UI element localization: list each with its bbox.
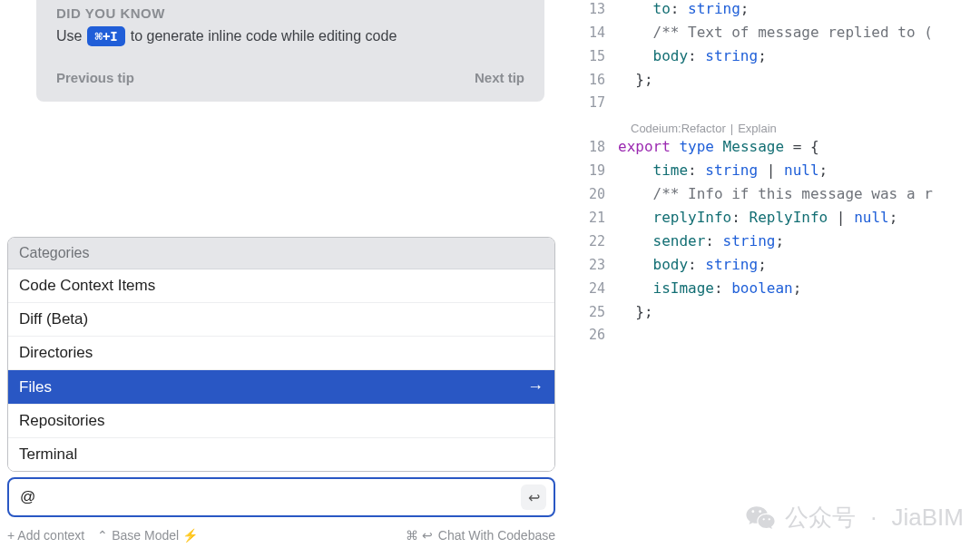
tip-shortcut: ⌘+I	[87, 26, 124, 46]
chat-with-codebase-button[interactable]: Chat With Codebase	[438, 528, 555, 543]
previous-tip-button[interactable]: Previous tip	[56, 70, 134, 85]
line-number: 14	[569, 24, 618, 41]
categories-title: Categories	[8, 238, 554, 269]
code-line[interactable]: 14 /** Text of message replied to (	[569, 24, 980, 47]
tip-text-prefix: Use	[56, 28, 82, 44]
code-content: to: string;	[618, 0, 750, 17]
tip-header: DID YOU KNOW	[56, 5, 524, 21]
category-item-label: Files	[19, 378, 52, 396]
base-model-label: Base Model	[112, 528, 179, 543]
line-number: 21	[569, 210, 618, 226]
line-number: 20	[569, 186, 618, 202]
code-content: };	[618, 71, 653, 88]
chat-panel: DID YOU KNOW Use ⌘+I to generate inline …	[0, 0, 568, 548]
code-content: };	[618, 303, 653, 320]
code-content: replyInfo: ReplyInfo | null;	[618, 209, 897, 226]
chat-shortcut: ⌘ ↩	[406, 528, 433, 543]
code-content: sender: string;	[618, 232, 784, 250]
categories-box: Categories Code Context ItemsDiff (Beta)…	[7, 237, 555, 472]
line-number: 24	[569, 280, 618, 297]
category-item-label: Code Context Items	[19, 277, 155, 295]
caret-up-icon: ⌃	[97, 528, 108, 543]
codeium-explain-button[interactable]: Explain	[738, 122, 777, 135]
code-line[interactable]: 21 replyInfo: ReplyInfo | null;	[569, 209, 980, 232]
separator: |	[730, 122, 733, 135]
line-number: 16	[569, 72, 618, 88]
tip-nav: Previous tip Next tip	[56, 70, 524, 85]
category-item-label: Diff (Beta)	[19, 310, 88, 328]
tip-card: DID YOU KNOW Use ⌘+I to generate inline …	[36, 0, 544, 102]
line-number: 25	[569, 304, 618, 320]
category-item-label: Terminal	[19, 445, 77, 464]
categories-popup: Categories Code Context ItemsDiff (Beta)…	[7, 237, 555, 517]
line-number: 17	[569, 94, 618, 111]
line-number: 22	[569, 233, 618, 250]
code-content: export type Message = {	[618, 138, 819, 155]
line-number: 19	[569, 162, 618, 179]
code-line[interactable]: 16 };	[569, 71, 980, 94]
tip-text-suffix: to generate inline code while editing co…	[131, 28, 397, 44]
code-content: body: string;	[618, 256, 767, 273]
return-icon: ↩	[528, 489, 540, 506]
tip-body: Use ⌘+I to generate inline code while ed…	[56, 26, 524, 46]
line-number: 13	[569, 1, 618, 17]
category-item-label: Repositories	[19, 412, 105, 430]
line-number: 18	[569, 139, 618, 155]
bottom-bar: + Add context ⌃ Base Model ⚡ ⌘ ↩ Chat Wi…	[7, 528, 555, 543]
code-content: time: string | null;	[618, 161, 828, 179]
category-item[interactable]: Directories	[8, 337, 554, 370]
codeium-hint-label: Codeium:	[631, 122, 681, 135]
code-content: isImage: boolean;	[618, 279, 801, 297]
code-content: /** Info if this message was a r	[618, 185, 933, 202]
code-line[interactable]: 26	[569, 327, 980, 350]
code-line[interactable]: 23 body: string;	[569, 256, 980, 279]
category-item-label: Directories	[19, 344, 93, 362]
category-item[interactable]: Diff (Beta)	[8, 303, 554, 337]
code-line[interactable]: 19 time: string | null;	[569, 161, 980, 185]
bolt-icon: ⚡	[182, 528, 198, 543]
line-number: 26	[569, 327, 618, 343]
code-line[interactable]: 18export type Message = {	[569, 138, 980, 161]
codeium-hint: Codeium: Refactor|Explain	[569, 118, 980, 138]
code-line[interactable]: 25 };	[569, 303, 980, 327]
add-context-button[interactable]: + Add context	[7, 528, 84, 543]
arrow-right-icon: →	[527, 377, 544, 396]
category-item[interactable]: Terminal	[8, 438, 554, 471]
line-number: 23	[569, 257, 618, 273]
codeium-refactor-button[interactable]: Refactor	[681, 122, 726, 135]
category-item[interactable]: Files→	[8, 370, 554, 405]
submit-button[interactable]: ↩	[521, 484, 546, 510]
code-line[interactable]: 15 body: string;	[569, 47, 980, 71]
code-editor[interactable]: 13 to: string;14 /** Text of message rep…	[568, 0, 980, 548]
code-content: /** Text of message replied to (	[618, 24, 933, 41]
line-number: 15	[569, 48, 618, 64]
code-line[interactable]: 20 /** Info if this message was a r	[569, 185, 980, 209]
code-line[interactable]: 13 to: string;	[569, 0, 980, 24]
chat-input-text[interactable]: @	[20, 488, 521, 506]
next-tip-button[interactable]: Next tip	[475, 70, 524, 85]
category-item[interactable]: Repositories	[8, 405, 554, 438]
category-item[interactable]: Code Context Items	[8, 269, 554, 303]
code-content: body: string;	[618, 47, 767, 64]
base-model-button[interactable]: ⌃ Base Model ⚡	[97, 528, 198, 543]
code-line[interactable]: 17	[569, 94, 980, 118]
chat-input[interactable]: @ ↩	[7, 477, 555, 517]
code-line[interactable]: 22 sender: string;	[569, 232, 980, 256]
code-line[interactable]: 24 isImage: boolean;	[569, 279, 980, 303]
